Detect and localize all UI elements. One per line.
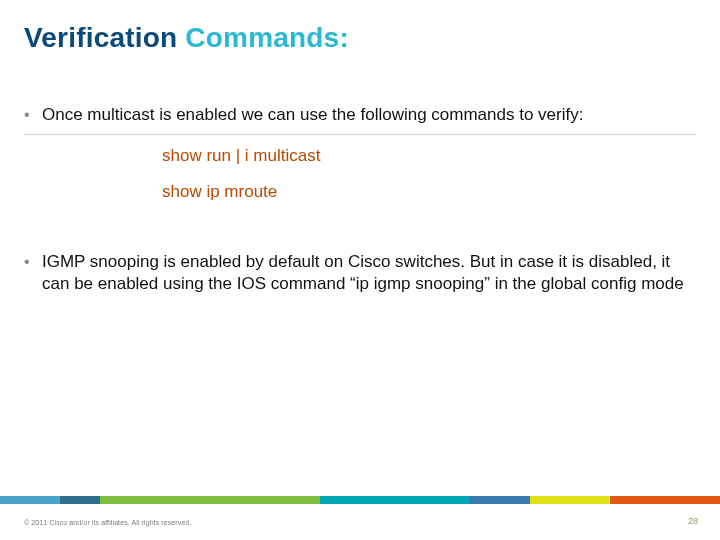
divider: [24, 134, 696, 135]
bullet-item: • Once multicast is enabled we can use t…: [24, 104, 696, 126]
bullet-dot-icon: •: [24, 251, 42, 273]
slide-body: • Once multicast is enabled we can use t…: [24, 104, 696, 301]
footer-color-bar: [0, 496, 720, 504]
footer-bar-segment: [100, 496, 320, 504]
bullet-text: IGMP snooping is enabled by default on C…: [42, 251, 696, 295]
title-word-1: Verification: [24, 22, 177, 53]
footer-bar-segment: [60, 496, 100, 504]
spacer: [24, 217, 696, 251]
slide: Verification Commands: • Once multicast …: [0, 0, 720, 540]
page-number: 28: [688, 516, 698, 526]
footer-bar-segment: [0, 496, 60, 504]
footer-bar-segment: [530, 496, 610, 504]
page-title: Verification Commands:: [24, 22, 349, 54]
bullet-item: • IGMP snooping is enabled by default on…: [24, 251, 696, 295]
footer-bar-segment: [320, 496, 470, 504]
title-word-2: Commands:: [185, 22, 349, 53]
command-line: show run | i multicast: [162, 145, 696, 167]
copyright-text: © 2011 Cisco and/or its affiliates. All …: [24, 519, 191, 526]
bullet-text: Once multicast is enabled we can use the…: [42, 104, 583, 126]
bullet-dot-icon: •: [24, 104, 42, 126]
command-line: show ip mroute: [162, 181, 696, 203]
footer-bar-segment: [610, 496, 720, 504]
command-block: show run | i multicast show ip mroute: [162, 145, 696, 203]
footer-bar-segment: [470, 496, 530, 504]
